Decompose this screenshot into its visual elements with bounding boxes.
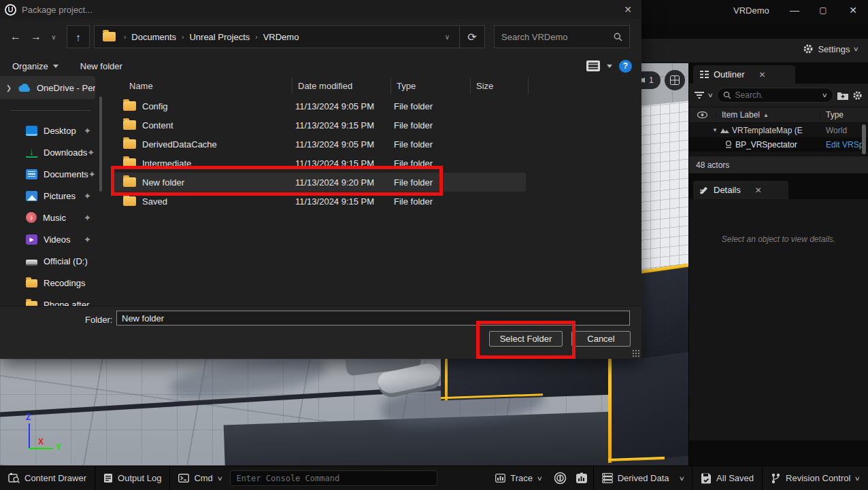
revision-control-button[interactable]: Revision Control ∨ — [763, 466, 868, 490]
settings-label: Settings — [818, 44, 850, 54]
column-header-type[interactable]: Type — [391, 77, 471, 94]
outliner-scrollbar[interactable] — [862, 124, 866, 154]
sidebar-item-onedrive[interactable]: ❯ OneDrive - Perso — [0, 76, 95, 99]
edit-vrspectator-link[interactable]: Edit VRSp — [826, 140, 863, 150]
cancel-button[interactable]: Cancel — [571, 331, 631, 347]
close-details-icon[interactable]: ✕ — [755, 186, 762, 195]
column-header-date[interactable]: Date modified — [293, 77, 391, 94]
pin-icon: ✦ — [88, 169, 96, 179]
dialog-navrow: ← → ∨ ↑ › Documents › Unreal Projects › … — [0, 24, 641, 49]
outliner-row-spectator[interactable]: BP_VRSpectator Edit VRSp — [689, 137, 868, 152]
new-folder-button[interactable]: New folder — [80, 61, 122, 71]
output-log-button[interactable]: Output Log — [95, 466, 169, 490]
address-bar[interactable]: › Documents › Unreal Projects › VRDemo ∨ — [94, 25, 460, 48]
minimize-button[interactable]: — — [784, 2, 805, 18]
sidebar-item-documents[interactable]: Documents ✦ — [0, 164, 95, 183]
sidebar-item-music[interactable]: ♪ Music ✦ — [0, 208, 95, 227]
outliner-search-placeholder: Search. — [735, 90, 763, 100]
filter-icon[interactable] — [695, 91, 704, 99]
desktop-icon — [26, 126, 37, 136]
close-outliner-icon[interactable]: ✕ — [759, 70, 766, 80]
back-button[interactable]: ← — [5, 31, 26, 43]
file-row-deriveddatacache[interactable]: DerivedDataCache 11/13/2024 9:05 PM File… — [111, 135, 526, 154]
editor-statusbar: Content Drawer Output Log Cmd ∨ — [0, 466, 868, 490]
search-box[interactable]: Search VRDemo — [494, 25, 630, 48]
outliner-search-input[interactable]: Search. ∨ — [717, 88, 833, 103]
snapshot-button[interactable] — [570, 466, 593, 490]
derived-data-button[interactable]: Derived Data ∨ — [594, 466, 692, 490]
outliner-settings-gear-icon[interactable] — [852, 90, 863, 101]
save-icon — [701, 473, 712, 484]
pictures-icon — [26, 191, 37, 201]
file-row-config[interactable]: Config 11/13/2024 9:05 PM File folder — [111, 97, 526, 116]
type-column-header[interactable]: Type — [820, 110, 868, 120]
cube-back[interactable] — [638, 264, 688, 359]
cube-left[interactable] — [441, 353, 611, 401]
expand-arrow-icon[interactable]: ▼ — [712, 127, 718, 133]
history-chevron-icon[interactable]: ∨ — [46, 33, 61, 41]
breadcrumb-documents[interactable]: Documents — [131, 32, 176, 42]
column-header-size[interactable]: Size — [471, 77, 529, 94]
refresh-button[interactable]: ⟳ — [460, 25, 485, 48]
view-mode-caret-icon[interactable] — [607, 65, 612, 68]
details-panel: Select an object to view details. — [689, 199, 868, 440]
trace-icon — [495, 474, 505, 483]
sidebar-item-pictures[interactable]: Pictures ✦ — [0, 186, 95, 205]
outliner-toolbar: ∨ Search. ∨ — [689, 84, 868, 107]
outliner-row-map[interactable]: ▼ VRTemplateMap (E World — [689, 123, 868, 137]
folder-icon — [123, 196, 136, 206]
visibility-column-header[interactable] — [689, 111, 716, 118]
editor-toolbar: Settings ∨ — [641, 39, 868, 63]
settings-button[interactable]: Settings ∨ — [803, 43, 858, 54]
sidebar-onedrive-label: OneDrive - Perso — [37, 83, 95, 93]
onedrive-cloud-icon — [18, 84, 31, 92]
sidebar-item-phone-after[interactable]: Phone after ... — [0, 295, 95, 306]
sidebar-item-videos[interactable]: ▶ Videos ✦ — [0, 230, 95, 249]
sidebar-item-downloads[interactable]: ↓ Downloads ✦ — [0, 143, 95, 162]
downloads-icon: ↓ — [26, 147, 37, 158]
filter-chevron-icon[interactable]: ∨ — [707, 92, 714, 99]
details-empty-text: Select an object to view details. — [689, 234, 868, 244]
breadcrumb-vrdemo[interactable]: VRDemo — [263, 32, 299, 42]
content-drawer-button[interactable]: Content Drawer — [0, 466, 95, 490]
sidebar-scrollbar[interactable] — [99, 97, 102, 192]
pin-icon: ✦ — [84, 126, 91, 136]
close-window-button[interactable]: ✕ — [843, 2, 863, 18]
videos-icon: ▶ — [26, 234, 37, 245]
tab-outliner[interactable]: Outliner ✕ — [693, 65, 795, 84]
tab-details[interactable]: Details ✕ — [693, 181, 788, 199]
cmd-selector[interactable]: Cmd ∨ — [170, 466, 230, 490]
item-label-column-header[interactable]: Item Label ▲ — [716, 110, 820, 120]
maximize-button[interactable]: ▢ — [813, 2, 833, 18]
sidebar-item-desktop[interactable]: Desktop ✦ — [0, 121, 95, 140]
organize-button[interactable]: Organize — [12, 61, 59, 71]
maximize-viewport-button[interactable] — [665, 70, 685, 90]
search-options-chevron-icon[interactable]: ∨ — [822, 92, 828, 99]
breadcrumb-unreal-projects[interactable]: Unreal Projects — [189, 32, 250, 42]
drive-icon — [26, 260, 37, 266]
file-row-content[interactable]: Content 11/13/2024 9:15 PM File folder — [111, 116, 526, 135]
folder-icon — [123, 139, 136, 149]
folder-icon — [123, 101, 136, 111]
tab-outliner-label: Outliner — [714, 69, 745, 80]
help-button[interactable]: ? — [619, 60, 632, 73]
expand-chevron-icon[interactable]: ❯ — [0, 84, 18, 92]
folder-icon — [26, 301, 37, 306]
dialog-titlebar[interactable]: U Package project... ✕ — [0, 0, 641, 19]
address-chevron-icon[interactable]: ∨ — [439, 33, 455, 41]
sidebar-item-official-d[interactable]: Official (D:) — [0, 251, 95, 270]
sidebar-item-recodings[interactable]: Recodings — [0, 273, 95, 292]
create-folder-icon[interactable] — [837, 91, 848, 100]
cmd-chevron-icon: ∨ — [217, 475, 223, 482]
dialog-close-button[interactable]: ✕ — [618, 1, 637, 18]
up-button[interactable]: ↑ — [67, 25, 90, 48]
level-icon — [720, 127, 729, 133]
view-mode-icon[interactable] — [586, 60, 600, 71]
resize-grip[interactable] — [632, 349, 639, 357]
forward-button[interactable]: → — [26, 31, 46, 43]
column-header-name[interactable]: Name — [111, 77, 293, 94]
trace-button[interactable]: Trace ∨ — [487, 466, 550, 490]
console-command-input[interactable] — [230, 470, 437, 486]
insights-button[interactable] — [550, 466, 570, 490]
all-saved-button[interactable]: All Saved — [692, 466, 762, 490]
